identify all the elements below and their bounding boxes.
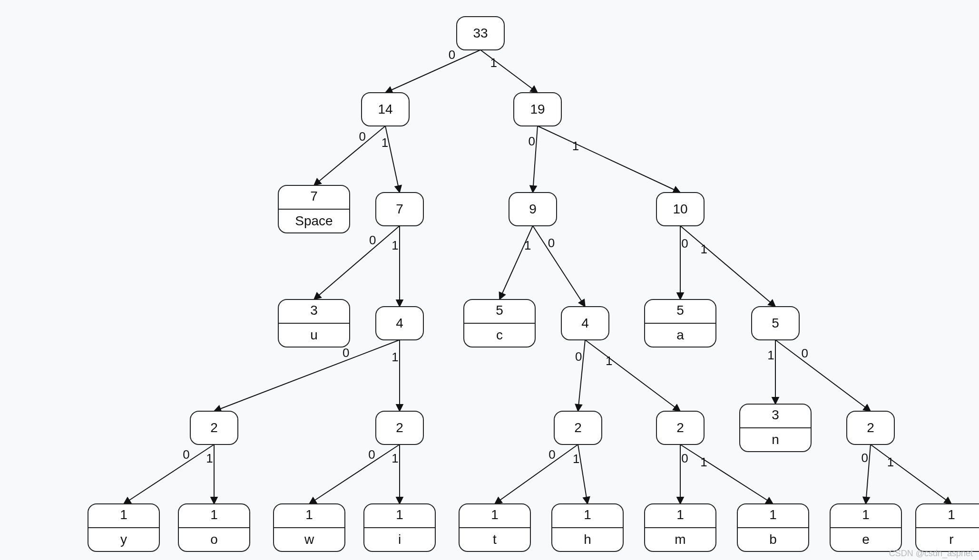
edge-label: 0 <box>802 346 808 360</box>
edge-label: 1 <box>767 348 774 362</box>
node-symbol: a <box>676 328 684 342</box>
edge-label: 1 <box>392 350 398 364</box>
edge-label: 0 <box>368 447 375 462</box>
node-value: 2 <box>676 420 684 435</box>
node-value: 2 <box>574 420 582 435</box>
edge-label: 0 <box>575 349 582 364</box>
edge-label: 0 <box>681 236 688 251</box>
tree-leaf-node: 3u <box>278 299 350 347</box>
tree-internal-node: 19 <box>514 93 561 126</box>
tree-leaf-node: 1y <box>88 504 159 551</box>
node-value: 1 <box>120 507 127 522</box>
edge-label: 0 <box>183 447 189 462</box>
edge-label: 0 <box>528 134 535 148</box>
node-value: 7 <box>396 202 403 216</box>
tree-leaf-node: 5a <box>645 299 716 347</box>
node-value: 5 <box>772 316 779 330</box>
node-value: 19 <box>530 102 545 116</box>
edge-label: 1 <box>392 238 398 252</box>
tree-leaf-node: 1e <box>830 504 901 551</box>
node-symbol: c <box>496 328 503 342</box>
tree-edge <box>680 444 773 504</box>
tree-leaf-node: 1i <box>364 504 435 551</box>
node-value: 4 <box>396 316 403 330</box>
edge-label: 1 <box>887 455 894 469</box>
node-value: 3 <box>772 407 779 422</box>
tree-edge <box>871 444 951 504</box>
tree-edge <box>538 126 680 193</box>
edge-label: 1 <box>490 56 497 70</box>
watermark-text: CSDN @csdn_aspnet <box>889 549 973 559</box>
node-symbol: b <box>769 532 777 547</box>
tree-edge <box>585 340 680 411</box>
tree-internal-node: 2 <box>190 411 238 444</box>
edge-label: 0 <box>343 346 349 360</box>
node-value: 5 <box>496 303 503 318</box>
edge-label: 1 <box>392 451 398 465</box>
tree-leaf-node: 1t <box>459 504 530 551</box>
tree-internal-node: 14 <box>362 93 409 126</box>
node-value: 1 <box>948 507 955 522</box>
tree-edge <box>214 340 400 411</box>
node-value: 1 <box>769 507 777 522</box>
tree-leaf-node: 1w <box>274 504 345 551</box>
tree-edge <box>680 226 775 307</box>
node-value: 4 <box>581 316 589 330</box>
edge-label: 0 <box>548 447 555 462</box>
node-value: 3 <box>310 303 318 318</box>
node-value: 1 <box>862 507 870 522</box>
node-value: 33 <box>473 26 488 40</box>
tree-internal-node: 2 <box>554 411 602 444</box>
tree-leaf-node: 5c <box>464 299 535 347</box>
tree-edge <box>314 226 400 299</box>
node-symbol: m <box>675 532 685 547</box>
tree-edge <box>495 444 578 504</box>
tree-internal-node: 9 <box>509 193 557 226</box>
edge-label: 1 <box>701 242 707 256</box>
node-value: 1 <box>491 507 499 522</box>
tree-edge <box>124 444 214 504</box>
tree-leaf-node: 1o <box>178 504 250 551</box>
tree-internal-node: 2 <box>656 411 704 444</box>
edge-label: 0 <box>359 129 366 144</box>
edge-label: 1 <box>700 455 707 469</box>
node-symbol: i <box>398 532 401 547</box>
node-value: 1 <box>676 507 684 522</box>
node-value: 9 <box>529 202 537 216</box>
edge-label: 1 <box>524 238 531 252</box>
edge-label: 1 <box>382 135 388 150</box>
node-symbol: n <box>772 432 779 447</box>
node-value: 2 <box>210 420 218 435</box>
node-value: 5 <box>676 303 684 318</box>
node-symbol: u <box>310 328 318 342</box>
node-symbol: w <box>304 532 314 547</box>
node-value: 1 <box>210 507 218 522</box>
edge-label: 1 <box>572 139 579 153</box>
edge-label: 0 <box>369 233 376 247</box>
edge-label: 1 <box>206 451 213 465</box>
tree-edge <box>385 50 480 93</box>
tree-leaf-node: 1r <box>916 504 979 551</box>
tree-leaf-node: 3n <box>740 404 811 452</box>
node-symbol: o <box>210 532 218 547</box>
node-symbol: r <box>949 532 953 547</box>
edge-label: 0 <box>548 236 555 250</box>
edge-label: 0 <box>681 451 688 465</box>
tree-leaf-node: 1h <box>552 504 623 551</box>
edge-label: 0 <box>449 48 455 62</box>
node-value: 7 <box>310 189 318 203</box>
node-value: 14 <box>378 102 392 116</box>
tree-leaf-node: 1m <box>645 504 716 551</box>
node-value: 10 <box>673 202 687 216</box>
huffman-tree-diagram: 0101010110010101100101010101 3314197Spac… <box>0 0 979 560</box>
tree-leaf-node: 1b <box>737 504 809 551</box>
node-value: 2 <box>396 420 403 435</box>
node-value: 1 <box>305 507 313 522</box>
tree-edge <box>775 340 871 411</box>
tree-internal-node: 2 <box>376 411 423 444</box>
tree-edge <box>480 50 538 93</box>
tree-edge <box>533 226 585 307</box>
node-symbol: h <box>584 532 591 547</box>
tree-internal-node: 2 <box>847 411 894 444</box>
node-value: 1 <box>396 507 403 522</box>
